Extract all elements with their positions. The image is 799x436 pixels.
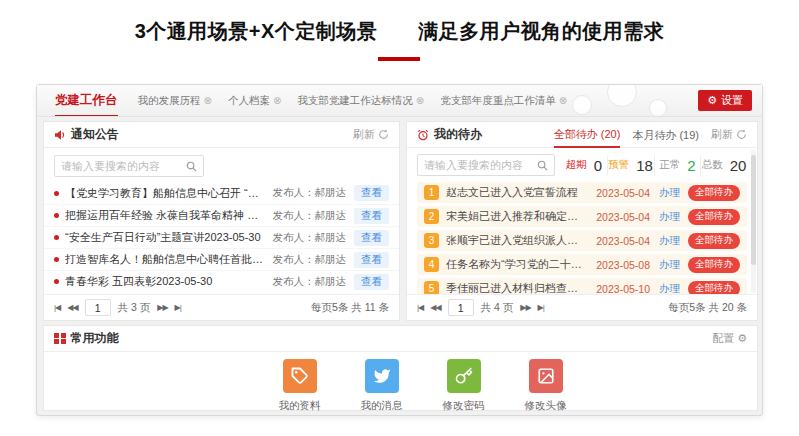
window-tab-branch-standard[interactable]: 我支部党建工作达标情况 ⊗: [297, 94, 424, 108]
handle-link[interactable]: 办理: [659, 234, 680, 248]
todo-date: 2023-05-04: [596, 187, 650, 199]
bullet-dot-icon: [54, 257, 59, 262]
settings-label: 设置: [721, 93, 743, 108]
first-page-button[interactable]: |◀: [417, 303, 423, 312]
page-title: 3个通用场景+X个定制场景 满足多用户视角的使用需求: [0, 18, 799, 45]
stat-label: 预警: [608, 158, 629, 172]
todo-title: 张顺宇已进入党组织派人谈话流程: [446, 233, 587, 248]
close-icon[interactable]: ⊗: [273, 96, 281, 106]
handle-link[interactable]: 办理: [659, 186, 680, 200]
window-tab-dev-history[interactable]: 我的发展历程 ⊗: [138, 94, 212, 108]
notices-pagination: |◀ ◀◀ 共 3 页 ▶▶ ▶| 每页5条 共 11 条: [44, 294, 399, 320]
scrollbar-track[interactable]: [751, 149, 756, 293]
twitter-bird-icon: [365, 359, 399, 393]
handle-link[interactable]: 办理: [659, 210, 680, 224]
bullet-dot-icon: [54, 235, 59, 240]
next-page-button[interactable]: ▶▶: [157, 303, 167, 312]
tab-all-todos[interactable]: 全部待办 (20): [554, 122, 621, 148]
view-button[interactable]: 查看: [354, 274, 389, 290]
todos-search-input[interactable]: [418, 159, 537, 171]
prev-page-button[interactable]: ◀◀: [67, 303, 77, 312]
todo-date: 2023-05-04: [596, 211, 650, 223]
quick-item-avatar[interactable]: 修改头像: [518, 359, 574, 413]
quick-item-messages[interactable]: 我的消息: [354, 359, 410, 413]
last-page-button[interactable]: ▶|: [538, 303, 544, 312]
quick-item-profile[interactable]: 我的资料: [272, 359, 328, 413]
handle-link[interactable]: 办理: [659, 258, 680, 272]
total-pages-label: 共 3 页: [118, 301, 151, 315]
scrollbar-thumb[interactable]: [751, 155, 756, 265]
tab-label: 我支部党建工作达标情况: [297, 94, 413, 108]
view-button[interactable]: 查看: [354, 252, 389, 268]
quick-item-password[interactable]: 修改密码: [436, 359, 492, 413]
tab-label: 我的发展历程: [138, 94, 201, 108]
page-input[interactable]: [448, 299, 474, 316]
todo-date: 2023-05-04: [596, 235, 650, 247]
notice-row[interactable]: 把握运用百年经验 永葆自我革命精神 为开启一流智库建设新局面提供坚强保... 发…: [44, 204, 399, 226]
todo-title: 赵志文已进入入党宣誓流程: [446, 185, 587, 200]
image-icon: [529, 359, 563, 393]
alarm-clock-icon: [417, 129, 429, 141]
notices-refresh-button[interactable]: 刷新: [353, 127, 389, 142]
stat-normal: 正常 2: [655, 155, 702, 176]
close-icon[interactable]: ⊗: [416, 96, 424, 106]
todos-search: [417, 154, 555, 176]
notice-row[interactable]: 青春华彩 五四表彰2023-05-30 发布人：郝朋达 查看: [44, 270, 399, 292]
gear-icon: ⚙: [707, 95, 717, 106]
close-icon[interactable]: ⊗: [559, 96, 567, 106]
todo-row[interactable]: 4 任务名称为“学习党的二十大，践行新使命新任务”的任务需要处理 2023-05…: [417, 254, 747, 275]
todos-title: 我的待办: [434, 126, 482, 143]
view-button[interactable]: 查看: [354, 185, 389, 201]
todo-row[interactable]: 3 张顺宇已进入党组织派人谈话流程 2023-05-04 办理 全部待办: [417, 230, 747, 251]
gear-icon: ⚙: [737, 332, 747, 345]
stat-label: 超期: [566, 158, 587, 172]
stat-value: 0: [594, 157, 602, 174]
notices-search-input[interactable]: [55, 160, 186, 172]
notices-search-row: [44, 148, 399, 182]
stat-overdue: 超期 0: [561, 155, 608, 176]
quick-header: 常用功能 配置 ⚙: [44, 326, 757, 352]
window-tab-annual-worklist[interactable]: 党支部年度重点工作清单 ⊗: [440, 94, 567, 108]
page-size-label: 每页5条 共 20 条: [668, 301, 747, 315]
workbench-window: 党建工作台 我的发展历程 ⊗ 个人档案 ⊗ 我支部党建工作达标情况 ⊗ 党支部年…: [36, 84, 763, 416]
close-icon[interactable]: ⊗: [204, 96, 212, 106]
search-icon[interactable]: [186, 161, 197, 172]
view-button[interactable]: 查看: [354, 230, 389, 246]
decorative-circle: [607, 85, 637, 107]
quick-functions-panel: 常用功能 配置 ⚙ 我的资料: [43, 325, 758, 411]
stat-value: 18: [636, 157, 653, 174]
tab-label: 党支部年度重点工作清单: [440, 94, 556, 108]
config-label: 配置: [712, 331, 734, 346]
view-button[interactable]: 查看: [354, 208, 389, 224]
notice-row[interactable]: “安全生产百日行动”主题宣讲2023-05-30 发布人：郝朋达 查看: [44, 226, 399, 248]
page-input[interactable]: [85, 299, 111, 316]
grid-icon: [54, 333, 66, 345]
search-icon[interactable]: [537, 160, 548, 171]
publisher: 发布人：郝朋达: [273, 231, 347, 245]
todo-row[interactable]: 1 赵志文已进入入党宣誓流程 2023-05-04 办理 全部待办: [417, 182, 747, 203]
brand-tab[interactable]: 党建工作台: [55, 85, 118, 117]
notice-row[interactable]: 打造智库名人！船舶信息中心聘任首批高级专家2023-05-30 发布人：郝朋达 …: [44, 248, 399, 270]
window-tab-personal-file[interactable]: 个人档案 ⊗: [228, 94, 281, 108]
stat-warning: 预警 18: [608, 155, 655, 176]
settings-button[interactable]: ⚙ 设置: [698, 90, 752, 111]
todo-scope-badge: 全部待办: [688, 185, 740, 201]
todo-row[interactable]: 2 宋美娟已进入推荐和确定入党积极分子流程 2023-05-04 办理 全部待办: [417, 206, 747, 227]
prev-page-button[interactable]: ◀◀: [430, 303, 440, 312]
publisher: 发布人：郝朋达: [273, 209, 347, 223]
todo-number-badge: 3: [424, 233, 439, 248]
tab-month-todos[interactable]: 本月待办 (19): [632, 123, 699, 147]
next-page-button[interactable]: ▶▶: [520, 303, 530, 312]
config-button[interactable]: 配置 ⚙: [712, 331, 747, 346]
first-page-button[interactable]: |◀: [54, 303, 60, 312]
notices-header: 通知公告 刷新: [44, 122, 399, 148]
refresh-icon: [736, 129, 747, 140]
quick-item-label: 我的消息: [361, 399, 403, 413]
last-page-button[interactable]: ▶|: [175, 303, 181, 312]
todos-panel: 我的待办 全部待办 (20) 本月待办 (19) 刷新: [406, 121, 758, 321]
todo-scope-badge: 全部待办: [688, 209, 740, 225]
todos-refresh-button[interactable]: 刷新: [711, 127, 747, 142]
todo-number-badge: 4: [424, 257, 439, 272]
notice-row[interactable]: 【党史学习教育】船舶信息中心召开 “百年船承•接力逐梦”五四青年座谈会202..…: [44, 182, 399, 204]
todo-title: 宋美娟已进入推荐和确定入党积极分子流程: [446, 209, 587, 224]
